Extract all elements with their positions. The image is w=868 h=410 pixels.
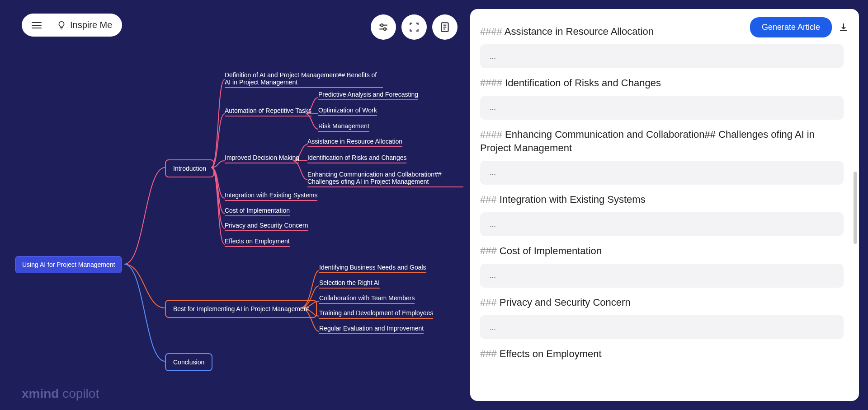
section-title: ### Integration with Existing Systems bbox=[480, 193, 844, 207]
root-node[interactable]: Using AI for Project Management bbox=[15, 256, 122, 273]
section-title: #### Enhancing Communication and Collabo… bbox=[480, 128, 844, 156]
leaf-best-4[interactable]: Training and Development of Employees bbox=[319, 309, 433, 319]
leaf-intro-2c[interactable]: Risk Management bbox=[318, 122, 369, 132]
menu-icon[interactable] bbox=[32, 22, 42, 28]
leaf-intro-1[interactable]: Definition of AI and Project Management#… bbox=[225, 71, 383, 88]
scrollbar[interactable] bbox=[854, 172, 857, 244]
section-content[interactable]: ... bbox=[480, 315, 844, 339]
leaf-intro-2b[interactable]: Optimization of Work bbox=[318, 107, 377, 116]
leaf-intro-4[interactable]: Integration with Existing Systems bbox=[225, 191, 317, 201]
leaf-best-5[interactable]: Regular Evaluation and Improvement bbox=[319, 325, 424, 334]
document-button[interactable] bbox=[432, 14, 458, 40]
panel-content[interactable]: #### Assistance in Resource Allocation..… bbox=[480, 17, 849, 388]
section-content[interactable]: ... bbox=[480, 264, 844, 288]
svg-point-3 bbox=[384, 28, 386, 30]
section-content[interactable]: ... bbox=[480, 161, 844, 185]
branch-introduction[interactable]: Introduction bbox=[165, 159, 214, 177]
section-title: ### Effects on Employment bbox=[480, 347, 844, 361]
inspire-label[interactable]: Inspire Me bbox=[57, 20, 112, 30]
leaf-best-2[interactable]: Selection the Right AI bbox=[319, 279, 380, 289]
section-content[interactable]: ... bbox=[480, 96, 844, 120]
branch-best[interactable]: Best for Implementing AI in Project Mana… bbox=[165, 300, 317, 318]
leaf-best-1[interactable]: Identifying Business Needs and Goals bbox=[319, 264, 426, 273]
section-title: ### Cost of Implementation bbox=[480, 244, 844, 258]
settings-button[interactable] bbox=[371, 14, 396, 40]
leaf-intro-2[interactable]: Automation of Repetitive Tasks bbox=[225, 107, 311, 116]
section-content[interactable]: ... bbox=[480, 212, 844, 236]
leaf-intro-7[interactable]: Effects on Employment bbox=[225, 238, 290, 247]
section-title: #### Identification of Risks and Changes bbox=[480, 76, 844, 90]
leaf-intro-3b[interactable]: Identification of Risks and Changes bbox=[307, 154, 406, 163]
leaf-intro-3c[interactable]: Enhancing Communication and Collaboratio… bbox=[307, 171, 463, 187]
frame-button[interactable] bbox=[401, 14, 427, 40]
inspire-text: Inspire Me bbox=[70, 20, 112, 30]
leaf-intro-6[interactable]: Privacy and Security Concern bbox=[225, 222, 308, 231]
article-panel: Generate Article #### Assistance in Reso… bbox=[470, 9, 859, 401]
mindmap-canvas[interactable]: Using AI for Project Management Introduc… bbox=[0, 0, 475, 410]
leaf-best-3[interactable]: Collaboration with Team Members bbox=[319, 294, 415, 304]
frame-icon bbox=[408, 21, 420, 33]
document-icon bbox=[439, 21, 451, 33]
inspire-pill[interactable]: Inspire Me bbox=[22, 14, 122, 37]
section-content[interactable]: ... bbox=[480, 44, 844, 68]
svg-point-2 bbox=[381, 24, 383, 26]
section-title: ### Privacy and Security Concern bbox=[480, 296, 844, 310]
sliders-icon bbox=[377, 21, 389, 33]
leaf-intro-5[interactable]: Cost of Implementation bbox=[225, 207, 290, 216]
logo: xmind copilot bbox=[22, 387, 99, 401]
divider bbox=[49, 20, 49, 30]
section-title: #### Assistance in Resource Allocation bbox=[480, 25, 844, 39]
bulb-icon bbox=[57, 20, 66, 30]
leaf-intro-2a[interactable]: Predictive Analysis and Forecasting bbox=[318, 91, 418, 100]
branch-conclusion[interactable]: Conclusion bbox=[165, 353, 212, 371]
leaf-intro-3[interactable]: Improved Decision Making bbox=[225, 154, 299, 163]
leaf-intro-3a[interactable]: Assistance in Resource Allocation bbox=[307, 138, 402, 147]
